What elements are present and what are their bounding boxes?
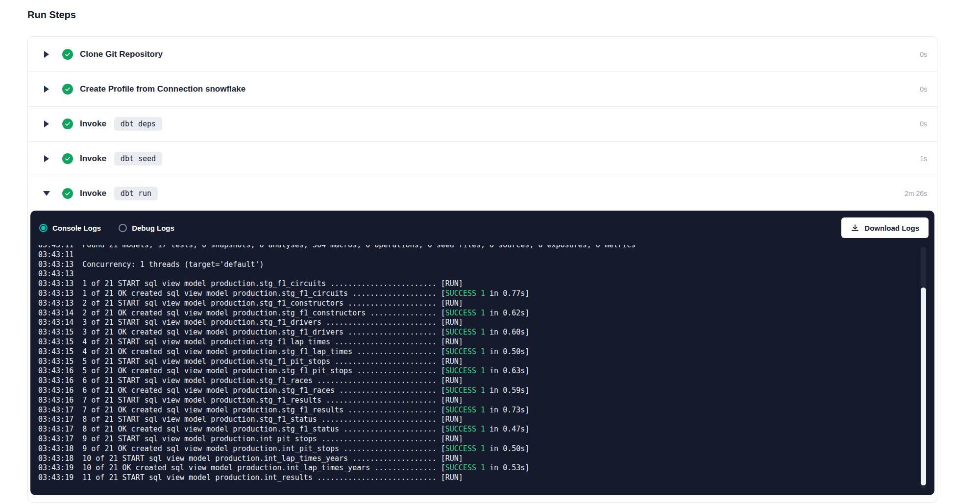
step-row-invoke-dbt-seed[interactable]: Invoke dbt seed 1s (28, 141, 937, 176)
log-success-status: SUCCESS 1 (445, 347, 485, 356)
log-success-status: SUCCESS 1 (445, 328, 485, 336)
log-lines: 03:43:11Found 21 models, 17 tests, 0 sna… (38, 245, 934, 483)
log-line: 03:43:1910 of 21 OK created sql view mod… (38, 463, 934, 473)
download-logs-button[interactable]: Download Logs (841, 217, 929, 238)
log-timestamp: 03:43:11 (38, 245, 74, 249)
log-timestamp: 03:43:19 (38, 463, 74, 472)
log-viewport[interactable]: 03:43:11Found 21 models, 17 tests, 0 sna… (30, 245, 934, 489)
step-row-create-profile-snowflake[interactable]: Create Profile from Connection snowflake… (28, 72, 937, 106)
log-timestamp: 03:43:15 (38, 357, 74, 366)
log-line: 03:43:1911 of 21 START sql view model pr… (38, 473, 934, 483)
log-timestamp: 03:43:17 (38, 434, 74, 443)
log-timestamp: 03:43:16 (38, 366, 74, 375)
chevron-right-icon[interactable] (44, 51, 49, 58)
radio-unselected-icon[interactable] (119, 224, 127, 232)
log-line: 03:43:166 of 21 START sql view model pro… (38, 376, 934, 386)
download-icon (851, 223, 859, 232)
chevron-down-icon[interactable] (44, 191, 49, 196)
download-logs-label: Download Logs (864, 224, 919, 232)
step-command-chip: dbt seed (114, 152, 162, 166)
step-row-invoke-dbt-deps[interactable]: Invoke dbt deps 0s (28, 106, 937, 141)
log-timestamp: 03:43:14 (38, 318, 74, 327)
log-timestamp: 03:43:19 (38, 473, 74, 482)
run-steps-page: Run Steps Clone Git Repository 0s Create… (0, 0, 980, 503)
log-timestamp: 03:43:13 (38, 260, 74, 269)
log-line: 03:43:154 of 21 START sql view model pro… (38, 337, 934, 347)
run-steps-card: Clone Git Repository 0s Create Profile f… (27, 36, 937, 503)
step-label: Invoke (80, 119, 106, 129)
log-line: 03:43:13 (38, 269, 934, 279)
log-line: 03:43:155 of 21 START sql view model pro… (38, 357, 934, 367)
log-success-status: SUCCESS 1 (445, 444, 485, 453)
log-success-status: SUCCESS 1 (445, 425, 485, 433)
log-line: 03:43:166 of 21 OK created sql view mode… (38, 386, 934, 396)
log-timestamp: 03:43:17 (38, 415, 74, 424)
log-line: 03:43:11 (38, 250, 934, 260)
log-timestamp: 03:43:14 (38, 309, 74, 317)
log-timestamp: 03:43:15 (38, 337, 74, 346)
log-line: 03:43:178 of 21 START sql view model pro… (38, 415, 934, 425)
chevron-right-icon[interactable] (44, 86, 49, 93)
log-timestamp: 03:43:11 (38, 250, 74, 259)
log-timestamp: 03:43:18 (38, 444, 74, 453)
log-timestamp: 03:43:16 (38, 386, 74, 395)
log-line: 03:43:178 of 21 OK created sql view mode… (38, 425, 934, 434)
log-line: 03:43:154 of 21 OK created sql view mode… (38, 347, 934, 357)
log-line: 03:43:131 of 21 OK created sql view mode… (38, 289, 934, 299)
log-timestamp: 03:43:13 (38, 269, 74, 278)
log-line: 03:43:11Found 21 models, 17 tests, 0 sna… (38, 245, 934, 250)
log-timestamp: 03:43:16 (38, 376, 74, 385)
success-check-icon (62, 49, 73, 60)
step-label: Invoke (80, 189, 106, 198)
log-timestamp: 03:43:17 (38, 425, 74, 433)
success-check-icon (62, 188, 73, 199)
log-timestamp: 03:43:18 (38, 454, 74, 463)
log-timestamp: 03:43:13 (38, 299, 74, 308)
log-success-status: SUCCESS 1 (445, 463, 485, 472)
log-scrollbar-thumb[interactable] (921, 288, 926, 485)
step-duration: 2m 26s (905, 190, 927, 197)
console-logs-radio[interactable]: Console Logs (39, 224, 101, 232)
log-success-status: SUCCESS 1 (445, 289, 485, 298)
step-duration: 0s (920, 50, 927, 58)
chevron-right-icon[interactable] (44, 120, 49, 127)
log-line: 03:43:177 of 21 OK created sql view mode… (38, 406, 934, 415)
step-label: Invoke (80, 154, 106, 164)
log-line: 03:43:132 of 21 START sql view model pro… (38, 299, 934, 309)
console-logs-label: Console Logs (52, 224, 101, 232)
step-row-invoke-dbt-run[interactable]: Invoke dbt run 2m 26s (28, 176, 937, 211)
log-success-status: SUCCESS 1 (445, 309, 485, 317)
log-timestamp: 03:43:17 (38, 406, 74, 414)
step-row-clone-git-repository[interactable]: Clone Git Repository 0s (28, 37, 937, 72)
step-label: Create Profile from Connection snowflake (80, 84, 245, 94)
log-line: 03:43:13Concurrency: 1 threads (target='… (38, 260, 934, 270)
console-panel: Console Logs Debug Logs Download Logs 0 (30, 211, 934, 495)
log-line: 03:43:142 of 21 OK created sql view mode… (38, 309, 934, 318)
step-label: Clone Git Repository (80, 49, 163, 59)
log-line: 03:43:1810 of 21 START sql view model pr… (38, 454, 934, 464)
debug-logs-radio[interactable]: Debug Logs (119, 224, 174, 232)
log-line: 03:43:143 of 21 START sql view model pro… (38, 318, 934, 328)
log-line: 03:43:131 of 21 START sql view model pro… (38, 279, 934, 289)
debug-logs-label: Debug Logs (132, 224, 174, 232)
step-duration: 0s (920, 120, 927, 128)
console-header: Console Logs Debug Logs Download Logs (30, 211, 934, 245)
step-command-chip: dbt deps (114, 117, 162, 131)
log-timestamp: 03:43:15 (38, 328, 74, 336)
log-success-status: SUCCESS 1 (445, 366, 485, 375)
log-scrollbar-track[interactable] (921, 247, 926, 488)
log-success-status: SUCCESS 1 (445, 406, 485, 414)
log-line: 03:43:189 of 21 OK created sql view mode… (38, 444, 934, 454)
log-timestamp: 03:43:16 (38, 396, 74, 405)
radio-selected-icon[interactable] (39, 224, 48, 232)
log-line: 03:43:153 of 21 OK created sql view mode… (38, 328, 934, 337)
log-timestamp: 03:43:15 (38, 347, 74, 356)
log-timestamp: 03:43:13 (38, 279, 74, 288)
step-command-chip: dbt run (114, 187, 158, 200)
page-title: Run Steps (27, 9, 980, 21)
log-timestamp: 03:43:13 (38, 289, 74, 298)
chevron-right-icon[interactable] (44, 155, 49, 162)
success-check-icon (62, 153, 73, 164)
log-line: 03:43:165 of 21 OK created sql view mode… (38, 366, 934, 376)
log-line: 03:43:179 of 21 START sql view model pro… (38, 434, 934, 444)
